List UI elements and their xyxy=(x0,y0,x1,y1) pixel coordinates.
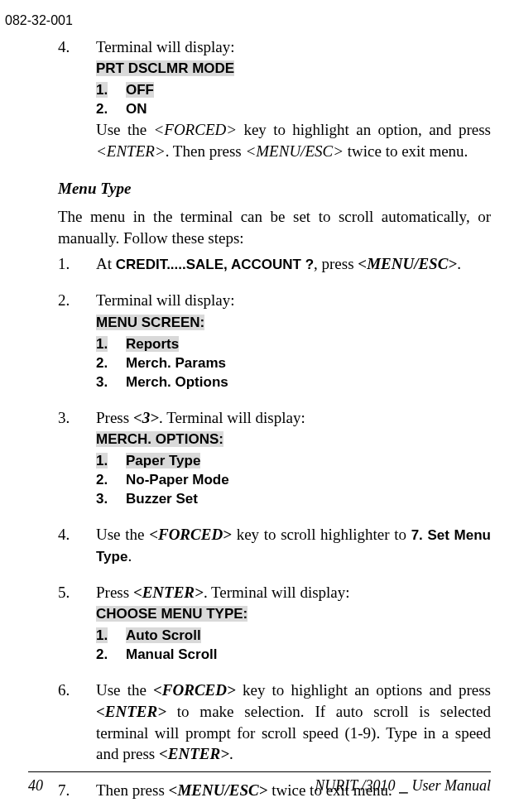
mstep-2: 2. Terminal will display: MENU SCREEN: 1… xyxy=(58,290,491,392)
page-content: 4. Terminal will display: PRT DSCLMR MOD… xyxy=(28,36,491,162)
step-body: Press <ENTER>. Terminal will display: CH… xyxy=(96,582,491,665)
opt: Merch. Options xyxy=(126,373,228,392)
step-number: 3. xyxy=(58,407,96,509)
step-number: 5. xyxy=(58,582,96,665)
step-body: Press <3>. Terminal will display: MERCH.… xyxy=(96,407,491,509)
display-num: 1. xyxy=(96,82,108,98)
display-option: OFF xyxy=(126,82,154,98)
step-number: 4. xyxy=(58,36,96,162)
opt: Reports xyxy=(126,336,179,352)
display-title: MERCH. OPTIONS: xyxy=(96,431,223,447)
t: Use the xyxy=(96,681,153,699)
step-number: 6. xyxy=(58,680,96,765)
display-option: ON xyxy=(126,100,147,119)
prompt: CREDIT.....SALE, ACCOUNT ? xyxy=(116,257,314,272)
step4-instruction: Use the <FORCED> key to highlight an opt… xyxy=(96,119,491,161)
key: <MENU/ESC> xyxy=(358,255,457,272)
page-footer: 40 NURIT /3010 ⎯ User Manual xyxy=(28,771,491,795)
step-body: Terminal will display: MENU SCREEN: 1.Re… xyxy=(96,290,491,392)
n: 2. xyxy=(96,354,126,373)
n: 1. xyxy=(96,453,108,468)
opt: Paper Type xyxy=(126,453,200,468)
step-number: 1. xyxy=(58,253,96,275)
t: User Manual xyxy=(408,777,491,794)
key: <FORCED> xyxy=(149,526,232,543)
t: , press xyxy=(314,255,358,272)
t: Press xyxy=(96,584,133,601)
footer-title: NURIT /3010 ⎯ User Manual xyxy=(315,776,491,795)
t: key to scroll highlighter to xyxy=(232,526,411,543)
opt: Merch. Params xyxy=(126,354,226,373)
intro: Terminal will display: xyxy=(96,290,491,311)
mstep-1: 1. At CREDIT.....SALE, ACCOUNT ?, press … xyxy=(58,253,491,275)
opt: Buzzer Set xyxy=(126,490,198,509)
mstep-4: 4. Use the <FORCED> key to scroll highli… xyxy=(58,524,491,567)
step4-intro: Terminal will display: xyxy=(96,36,491,58)
opt: Manual Scroll xyxy=(126,646,218,665)
step-body: Use the <FORCED> key to scroll highlight… xyxy=(96,524,491,567)
menu-type-para: The menu in the terminal can be set to s… xyxy=(28,206,491,248)
mstep-6: 6. Use the <FORCED> key to highlight an … xyxy=(58,680,491,765)
n: 3. xyxy=(96,490,126,509)
t: Press xyxy=(96,409,133,426)
t: . xyxy=(457,255,461,272)
page-number: 40 xyxy=(28,776,43,795)
n: 1. xyxy=(96,336,108,352)
display-line: PRT DSCLMR MODE xyxy=(96,60,234,76)
line: Press <ENTER>. Terminal will display: xyxy=(96,582,491,603)
t: . Then press xyxy=(166,142,246,160)
display-title: MENU SCREEN: xyxy=(96,315,204,330)
step-body: At CREDIT.....SALE, ACCOUNT ?, press <ME… xyxy=(96,253,491,275)
key: <MENU/ESC> xyxy=(245,142,344,160)
n: 3. xyxy=(96,373,126,392)
t: . Terminal will display: xyxy=(159,409,305,426)
dash: ⎯ xyxy=(399,777,408,794)
key: <FORCED> xyxy=(153,681,236,699)
step-number: 2. xyxy=(58,290,96,392)
mstep-3: 3. Press <3>. Terminal will display: MER… xyxy=(58,407,491,509)
key: <ENTER> xyxy=(159,745,229,762)
key: <ENTER> xyxy=(96,703,166,720)
step-body: Use the <FORCED> key to highlight an opt… xyxy=(96,680,491,765)
n: 1. xyxy=(96,627,108,643)
key: <FORCED> xyxy=(153,121,237,138)
n: 2. xyxy=(96,646,126,665)
t: At xyxy=(96,255,116,272)
display-num: 2. xyxy=(96,100,126,119)
step-body: Terminal will display: PRT DSCLMR MODE 1… xyxy=(96,36,491,162)
t: Use the xyxy=(96,526,149,543)
opt: No-Paper Mode xyxy=(126,471,229,490)
step-number: 4. xyxy=(58,524,96,567)
menu-type-steps: 1. At CREDIT.....SALE, ACCOUNT ?, press … xyxy=(28,253,491,800)
key: <ENTER> xyxy=(133,584,204,601)
line: Press <3>. Terminal will display: xyxy=(96,407,491,429)
display-title: CHOOSE MENU TYPE: xyxy=(96,606,247,622)
doc-id: 082-32-001 xyxy=(5,12,491,30)
mstep-5: 5. Press <ENTER>. Terminal will display:… xyxy=(58,582,491,665)
opt: Auto Scroll xyxy=(126,627,201,643)
t: NURIT /3010 xyxy=(315,777,399,794)
n: 2. xyxy=(96,471,126,490)
key: <3> xyxy=(133,409,159,426)
t: . xyxy=(127,547,132,565)
t: . Terminal will display: xyxy=(204,584,350,601)
key: <ENTER> xyxy=(96,142,166,160)
t: . xyxy=(229,745,233,762)
t: twice to exit menu. xyxy=(344,142,468,160)
t: key to highlight an option, and press xyxy=(237,121,491,138)
section-heading-menu-type: Menu Type xyxy=(28,178,491,199)
step-4: 4. Terminal will display: PRT DSCLMR MOD… xyxy=(58,36,491,162)
t: key to highlight an options and press xyxy=(236,681,491,699)
t: Use the xyxy=(96,121,153,138)
